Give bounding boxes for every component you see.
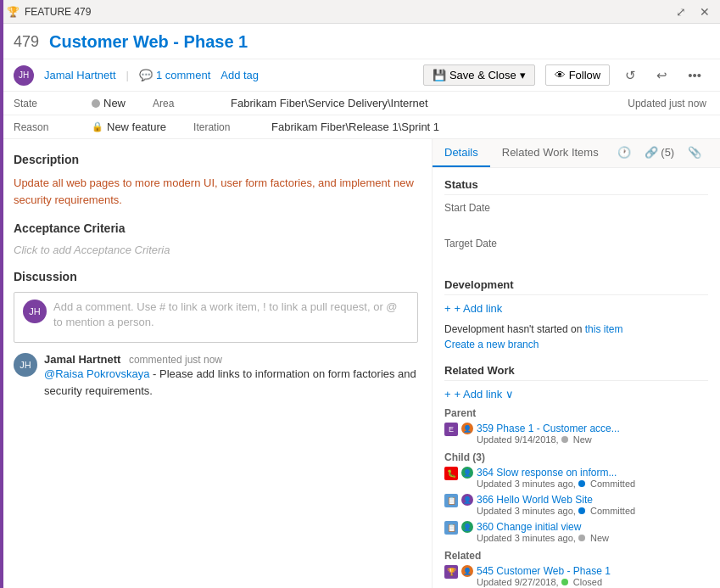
work-item-header: 479 Customer Web - Phase 1 bbox=[0, 24, 720, 59]
comment-mention[interactable]: @Raisa Pokrovskaya bbox=[44, 367, 149, 380]
iteration-value[interactable]: Fabrikam Fiber\Release 1\Sprint 1 bbox=[271, 120, 439, 133]
comment-icon: 💬 bbox=[139, 69, 153, 81]
add-tag-button[interactable]: Add tag bbox=[220, 69, 259, 81]
right-panel: Details Related Work Items 🕐 🔗 (5) 📎 Sta… bbox=[433, 139, 720, 588]
parent-item-meta: Updated 9/14/2018, New bbox=[477, 434, 708, 445]
tab-details[interactable]: Details bbox=[433, 139, 490, 167]
dev-note: Development hasn't started on this item bbox=[444, 322, 708, 337]
child-0-status-dot bbox=[578, 480, 585, 487]
refresh-button[interactable]: ↺ bbox=[620, 66, 641, 85]
create-branch-link[interactable]: Create a new branch bbox=[444, 339, 708, 350]
save-icon: 💾 bbox=[433, 69, 446, 81]
state-text[interactable]: New bbox=[103, 97, 126, 109]
reason-label: Reason bbox=[14, 121, 64, 133]
parent-status-dot bbox=[561, 436, 568, 443]
child-0-person-icon: 👤 bbox=[461, 467, 473, 479]
related-0-meta: Updated 9/27/2018, Closed bbox=[477, 577, 708, 587]
tab-related-work-items[interactable]: Related Work Items bbox=[490, 139, 611, 167]
lock-icon: 🔒 bbox=[92, 121, 103, 132]
child-0-meta: Updated 3 minutes ago, Committed bbox=[477, 479, 708, 489]
child-2-text: 360 Change initial view Updated 3 minute… bbox=[477, 521, 708, 543]
right-content: Status Start Date Target Date Developmen… bbox=[433, 168, 720, 588]
dev-add-link-label: + Add link bbox=[455, 302, 503, 315]
links-tab[interactable]: 🔗 (5) bbox=[638, 139, 682, 167]
title-bar-text: FEATURE 479 bbox=[25, 6, 673, 18]
meta-row-1: State New Area Fabrikam Fiber\Service De… bbox=[0, 92, 720, 115]
parent-item-title[interactable]: 359 Phase 1 - Customer acce... bbox=[477, 423, 708, 434]
dev-add-link-button[interactable]: + + Add link bbox=[444, 302, 708, 315]
comment-placeholder: Add a comment. Use # to link a work item… bbox=[53, 300, 409, 330]
child-2-story-icon: 📋 bbox=[444, 521, 458, 535]
acceptance-section: Acceptance Criteria Click to add Accepta… bbox=[14, 221, 418, 256]
close-button[interactable]: ✕ bbox=[696, 3, 713, 20]
feature-icon: 🏆 bbox=[7, 6, 20, 18]
follow-button[interactable]: 👁 Follow bbox=[545, 64, 611, 86]
status-section: Status Start Date Target Date bbox=[444, 178, 708, 265]
parent-epic-icon: E bbox=[444, 423, 458, 436]
comment-time: commented just now bbox=[129, 354, 222, 366]
child-2-status-dot bbox=[578, 535, 585, 541]
related-plus-icon: + bbox=[444, 388, 451, 400]
dev-note-link[interactable]: this item bbox=[585, 323, 623, 335]
state-label: State bbox=[14, 98, 64, 109]
related-0-person-icon: 👤 bbox=[461, 565, 473, 577]
related-work-title: Related Work bbox=[444, 364, 708, 381]
status-title: Status bbox=[444, 178, 708, 195]
development-title: Development bbox=[444, 278, 708, 295]
related-0-feature-icon: 🏆 bbox=[444, 565, 458, 579]
description-title: Description bbox=[14, 153, 418, 166]
child-2-meta: Updated 3 minutes ago, New bbox=[477, 533, 708, 543]
reason-text[interactable]: New feature bbox=[107, 120, 166, 133]
undo-button[interactable]: ↩ bbox=[651, 66, 673, 85]
child-1-meta: Updated 3 minutes ago, Committed bbox=[477, 506, 708, 516]
related-add-link-label: + Add link ∨ bbox=[455, 388, 514, 400]
child-1-story-icon: 📋 bbox=[444, 494, 458, 507]
save-close-label: Save & Close bbox=[449, 69, 516, 81]
comment-link[interactable]: 💬 1 comment bbox=[139, 69, 210, 81]
area-value[interactable]: Fabrikam Fiber\Service Delivery\Internet bbox=[231, 97, 428, 109]
save-close-button[interactable]: 💾 Save & Close ▾ bbox=[423, 64, 535, 86]
save-close-dropdown-icon: ▾ bbox=[520, 69, 526, 81]
related-work-section: Related Work + + Add link ∨ Parent E 👤 3… bbox=[444, 364, 708, 587]
related-add-link-button[interactable]: + + Add link ∨ bbox=[444, 388, 708, 400]
state-dot bbox=[92, 99, 100, 108]
commenter-avatar: JH bbox=[14, 353, 37, 377]
child-1-person-icon: 👤 bbox=[461, 494, 473, 506]
follow-label: Follow bbox=[569, 69, 601, 81]
parent-item-text: 359 Phase 1 - Customer acce... Updated 9… bbox=[477, 423, 708, 445]
links-count: (5) bbox=[661, 146, 674, 159]
parent-item: E 👤 359 Phase 1 - Customer acce... Updat… bbox=[444, 423, 708, 445]
related-0-text: 545 Customer Web - Phase 1 Updated 9/27/… bbox=[477, 565, 708, 587]
title-bar: 🏆 FEATURE 479 ⤢ ✕ bbox=[0, 0, 720, 24]
work-item-title[interactable]: Customer Web - Phase 1 bbox=[49, 32, 248, 52]
acceptance-placeholder[interactable]: Click to add Acceptance Criteria bbox=[14, 244, 418, 256]
child-item-2: 📋 👤 360 Change initial view Updated 3 mi… bbox=[444, 521, 708, 543]
child-1-status-dot bbox=[578, 507, 585, 514]
iteration-label: Iteration bbox=[193, 121, 244, 133]
minimize-button[interactable]: ⤢ bbox=[673, 3, 689, 20]
child-0-bug-icon: 🐛 bbox=[444, 467, 458, 480]
target-date-value[interactable] bbox=[444, 251, 708, 265]
child-label: Child (3) bbox=[444, 451, 708, 463]
description-text[interactable]: Update all web pages to more modern UI, … bbox=[14, 175, 418, 208]
related-0-title[interactable]: 545 Customer Web - Phase 1 bbox=[477, 565, 708, 577]
comment-item: JH Jamal Hartnett commented just now @Ra… bbox=[14, 353, 418, 399]
start-date-value[interactable] bbox=[444, 216, 708, 229]
more-button[interactable]: ••• bbox=[683, 66, 706, 84]
history-icon[interactable]: 🕐 bbox=[611, 139, 638, 167]
state-value: New bbox=[92, 97, 126, 109]
eye-icon: 👁 bbox=[555, 69, 566, 81]
meta-row-2: Reason 🔒 New feature Iteration Fabrikam … bbox=[0, 115, 720, 139]
child-2-title[interactable]: 360 Change initial view bbox=[477, 521, 708, 533]
current-user-avatar: JH bbox=[23, 300, 47, 323]
toolbar-user[interactable]: Jamal Hartnett bbox=[44, 69, 116, 81]
comment-input-box[interactable]: JH Add a comment. Use # to link a work i… bbox=[14, 292, 418, 343]
child-1-title[interactable]: 366 Hello World Web Site bbox=[477, 494, 708, 506]
left-panel: Description Update all web pages to more… bbox=[0, 139, 433, 588]
reason-value: 🔒 New feature bbox=[92, 120, 166, 133]
main-content: Description Update all web pages to more… bbox=[0, 139, 720, 588]
child-0-title[interactable]: 364 Slow response on inform... bbox=[477, 467, 708, 479]
discussion-section: Discussion JH Add a comment. Use # to li… bbox=[14, 270, 418, 399]
attachment-icon[interactable]: 📎 bbox=[681, 139, 708, 167]
child-2-person-icon: 👤 bbox=[461, 521, 473, 533]
